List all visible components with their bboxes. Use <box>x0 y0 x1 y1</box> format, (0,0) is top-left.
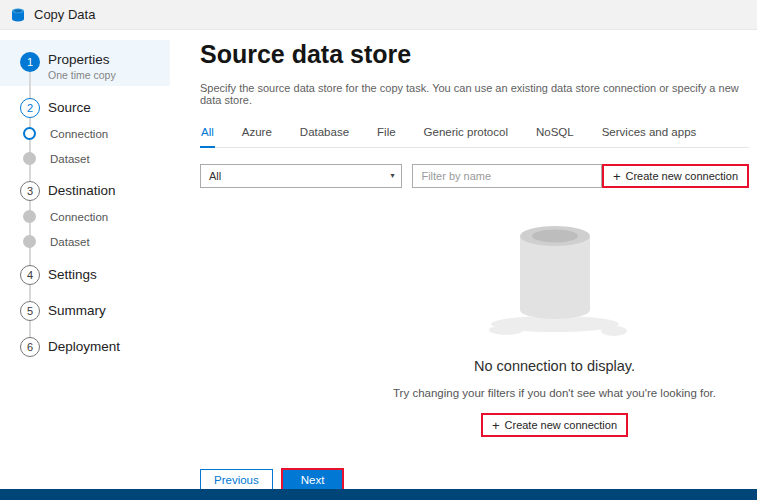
next-button[interactable]: Next <box>283 470 343 490</box>
step-2-indicator: 2 <box>20 98 40 118</box>
step-1-sublabel: One time copy <box>48 69 116 81</box>
step-6-indicator: 6 <box>20 337 40 357</box>
tab-database[interactable]: Database <box>299 126 350 147</box>
window-title: Copy Data <box>34 7 95 22</box>
destination-connection-indicator <box>23 210 36 223</box>
plus-icon: + <box>492 420 500 431</box>
filter-toolbar: All ▾ + Create new connection <box>200 164 749 188</box>
create-new-connection-label: Create new connection <box>505 419 618 431</box>
app-header: Copy Data <box>0 0 757 30</box>
step-5-indicator: 5 <box>20 301 40 321</box>
sidebar-item-properties[interactable]: Properties <box>48 52 110 67</box>
wizard-sidebar: 1 Properties One time copy 2 Source Conn… <box>0 30 170 489</box>
sidebar-item-destination-connection[interactable]: Connection <box>50 211 108 223</box>
step-3-indicator: 3 <box>20 181 40 201</box>
tab-all[interactable]: All <box>200 126 215 148</box>
source-connection-indicator <box>23 127 36 140</box>
main-content: Source data store Specify the source dat… <box>170 30 757 489</box>
chevron-down-icon: ▾ <box>390 165 394 187</box>
empty-state-title: No connection to display. <box>474 358 635 374</box>
sidebar-item-destination-dataset[interactable]: Dataset <box>50 236 90 248</box>
bottom-status-bar <box>0 489 757 500</box>
tab-file[interactable]: File <box>376 126 397 147</box>
page-title: Source data store <box>200 40 749 69</box>
sidebar-item-source[interactable]: Source <box>48 100 91 115</box>
previous-button[interactable]: Previous <box>200 469 273 491</box>
copy-data-window: Copy Data 1 Properties One time copy 2 S… <box>0 0 757 500</box>
sidebar-item-source-dataset[interactable]: Dataset <box>50 153 90 165</box>
step-1-indicator: 1 <box>20 52 40 72</box>
create-new-connection-button[interactable]: + Create new connection <box>604 166 747 186</box>
sidebar-item-settings[interactable]: Settings <box>48 267 97 282</box>
sidebar-item-destination[interactable]: Destination <box>48 183 116 198</box>
sidebar-item-deployment[interactable]: Deployment <box>48 339 120 354</box>
page-description: Specify the source data store for the co… <box>200 82 749 106</box>
empty-state: No connection to display. Try changing y… <box>200 214 749 437</box>
copy-data-icon <box>10 7 26 23</box>
filter-by-name-input[interactable] <box>412 164 601 188</box>
connector-category-tabs: All Azure Database File Generic protocol… <box>200 126 749 148</box>
step-4-indicator: 4 <box>20 265 40 285</box>
annotation-highlight: + Create new connection <box>481 413 628 437</box>
tab-services-and-apps[interactable]: Services and apps <box>601 126 698 147</box>
sidebar-item-source-connection[interactable]: Connection <box>50 128 108 140</box>
create-new-connection-button-empty[interactable]: + Create new connection <box>483 415 626 435</box>
empty-state-subtitle: Try changing your filters if you don't s… <box>393 387 716 399</box>
tab-nosql[interactable]: NoSQL <box>535 126 575 147</box>
empty-database-illustration <box>480 214 630 342</box>
connector-type-dropdown[interactable]: All ▾ <box>200 164 402 188</box>
annotation-highlight: + Create new connection <box>602 164 749 188</box>
source-dataset-indicator <box>23 152 36 165</box>
create-new-connection-label: Create new connection <box>625 170 738 182</box>
sidebar-item-summary[interactable]: Summary <box>48 303 106 318</box>
dropdown-value: All <box>209 170 221 182</box>
tab-azure[interactable]: Azure <box>241 126 273 147</box>
tab-generic-protocol[interactable]: Generic protocol <box>423 126 509 147</box>
plus-icon: + <box>613 171 621 182</box>
destination-dataset-indicator <box>23 235 36 248</box>
